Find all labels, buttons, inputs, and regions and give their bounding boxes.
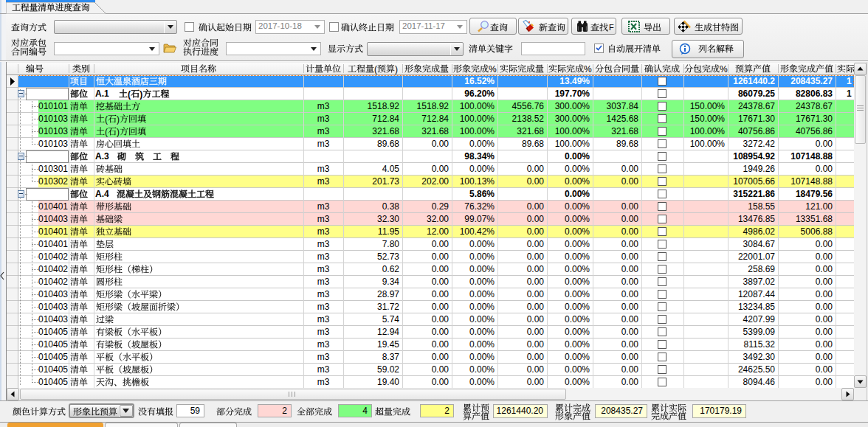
svg-text:): ): [395, 64, 398, 74]
svg-text:(: (: [105, 114, 108, 125]
svg-text:%: %: [489, 64, 497, 74]
svg-text:): ): [140, 89, 142, 100]
svg-text:%: %: [720, 64, 728, 74]
svg-text:(: (: [374, 64, 377, 74]
svg-text:(: (: [105, 127, 108, 137]
svg-text:(: (: [128, 89, 131, 100]
svg-text:): ): [117, 114, 120, 125]
svg-text:): ): [117, 127, 120, 137]
svg-text:%: %: [584, 64, 592, 74]
